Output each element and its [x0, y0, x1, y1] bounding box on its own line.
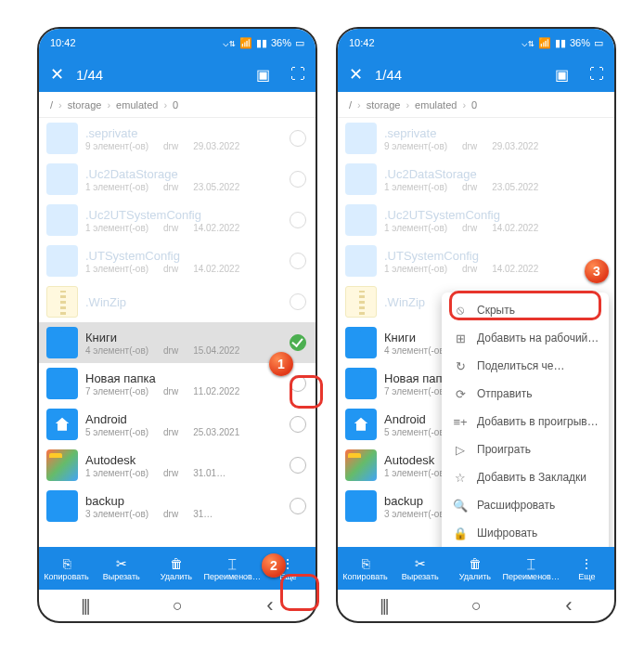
menu-item[interactable]: ↻Поделиться че…	[442, 352, 609, 380]
home-button[interactable]: ○	[173, 596, 183, 616]
select-all-icon[interactable]: ⛶	[288, 64, 308, 84]
menu-item[interactable]: ⊞Добавить на рабочий…	[442, 324, 609, 352]
crumb[interactable]: 0	[471, 99, 477, 110]
item-date: 14.02.2022	[193, 223, 239, 233]
item-date: 29.03.2022	[193, 141, 239, 151]
item-count: 4 элемент(-ов)	[85, 345, 148, 356]
crumb[interactable]: storage	[367, 99, 401, 110]
crumb[interactable]: emulated	[116, 99, 158, 110]
status-wifi-icon: 📶	[538, 37, 551, 49]
folder-row[interactable]: .UTSystemConfig1 элемент(-ов)drw14.02.20…	[39, 240, 316, 281]
select-radio[interactable]	[290, 457, 306, 474]
menu-item[interactable]: ⟳Отправить	[442, 380, 609, 408]
bottom-вырезать[interactable]: ✂Вырезать	[393, 547, 447, 590]
item-perm: drw	[462, 223, 477, 233]
item-date: 23.05.2022	[492, 182, 538, 192]
item-count: 7 элемент(-ов)	[384, 386, 447, 396]
breadcrumb[interactable]: /› storage› emulated› 0	[39, 92, 316, 118]
bottom-копировать[interactable]: ⎘Копировать	[338, 547, 393, 590]
item-count: 3 элемент(-ов)	[85, 509, 148, 519]
select-radio[interactable]	[290, 293, 306, 310]
folder-row[interactable]: .WinZip	[39, 281, 316, 322]
folder-row[interactable]: .seprivate9 элемент(-ов)drw29.03.2022	[338, 118, 614, 159]
status-net-icon: ⌵⇅	[223, 37, 236, 49]
menu-item[interactable]: ☆Добавить в Закладки	[442, 463, 609, 491]
select-radio[interactable]	[290, 130, 306, 147]
app-bar: ✕ 1/44 ▣ ⛶	[338, 57, 614, 92]
crumb[interactable]: storage	[68, 99, 102, 110]
recent-button[interactable]: |||	[81, 596, 88, 616]
bottom-удалить[interactable]: 🗑Удалить	[148, 547, 203, 590]
folder-row[interactable]: Android5 элемент(-ов)drw25.03.2021	[39, 404, 316, 445]
crumb[interactable]: /	[349, 99, 352, 110]
folder-row[interactable]: .Uc2UTSystemConfig1 элемент(-ов)drw14.02…	[338, 200, 614, 240]
folder-row[interactable]: .Uc2DataStorage1 элемент(-ов)drw23.05.20…	[338, 159, 614, 200]
folder-icon	[345, 368, 377, 399]
item-count: 1 элемент(-ов)	[384, 182, 447, 192]
toolbar-icon: ✂	[116, 556, 127, 571]
bottom-вырезать[interactable]: ✂Вырезать	[94, 547, 148, 590]
home-button[interactable]: ○	[471, 596, 482, 616]
menu-item[interactable]: 🔒Шифровать	[442, 519, 609, 547]
folder-row[interactable]: .Uc2UTSystemConfig1 элемент(-ов)drw14.02…	[39, 200, 316, 240]
close-button[interactable]: ✕	[345, 64, 366, 84]
item-perm: drw	[462, 141, 477, 151]
item-count: 3 элемент(-ов)	[384, 509, 447, 519]
select-icon[interactable]: ▣	[252, 64, 273, 84]
item-count: 1 элемент(-ов)	[384, 223, 447, 233]
menu-item[interactable]: ⦸Скрыть	[442, 296, 609, 324]
item-date: 14.02.2022	[492, 264, 538, 274]
folder-row[interactable]: backup3 элемент(-ов)drw31…	[39, 486, 316, 526]
select-radio[interactable]	[290, 498, 306, 514]
folder-icon	[345, 245, 377, 277]
recent-button[interactable]: |||	[380, 596, 387, 616]
menu-label: Проиграть	[477, 443, 531, 456]
select-icon[interactable]: ▣	[551, 64, 572, 84]
folder-icon	[46, 409, 78, 440]
folder-name: .Uc2DataStorage	[384, 167, 605, 181]
folder-icon	[46, 204, 78, 236]
select-radio[interactable]	[290, 212, 306, 228]
bottom-переименов…[interactable]: ⌶Переименов…	[502, 547, 559, 590]
bottom-еще[interactable]: ⋮Еще	[560, 547, 614, 590]
crumb[interactable]: 0	[173, 99, 178, 110]
folder-row[interactable]: .UTSystemConfig1 элемент(-ов)drw14.02.20…	[338, 240, 614, 281]
select-all-icon[interactable]: ⛶	[586, 64, 607, 84]
menu-label: Шифровать	[477, 526, 537, 540]
menu-item[interactable]: ≡+Добавить в проигрыв…	[442, 408, 609, 436]
bottom-удалить[interactable]: 🗑Удалить	[447, 547, 502, 590]
toolbar-icon: ⌶	[527, 556, 535, 571]
select-radio[interactable]	[290, 253, 306, 269]
folder-icon	[46, 490, 78, 522]
breadcrumb[interactable]: /› storage› emulated› 0	[338, 92, 614, 118]
folder-name: .Uc2UTSystemConfig	[384, 208, 605, 222]
select-radio[interactable]	[290, 375, 306, 392]
toolbar-label: Удалить	[459, 572, 491, 581]
bottom-копировать[interactable]: ⎘Копировать	[39, 547, 94, 590]
file-list: ⦸Скрыть⊞Добавить на рабочий…↻Поделиться …	[338, 118, 614, 547]
back-button[interactable]: ‹	[565, 593, 572, 618]
close-button[interactable]: ✕	[46, 64, 67, 84]
menu-icon: 🔍	[453, 499, 468, 513]
menu-item[interactable]: 🔍Расшифровать	[442, 491, 609, 519]
folder-row[interactable]: .seprivate9 элемент(-ов)drw29.03.2022	[39, 118, 316, 159]
folder-icon	[345, 449, 377, 481]
crumb[interactable]: /	[50, 99, 53, 110]
folder-row[interactable]: Autodesk1 элемент(-ов)drw31.01…	[39, 445, 316, 486]
select-radio[interactable]	[290, 171, 306, 188]
select-radio[interactable]	[290, 334, 306, 351]
item-count: 1 элемент(-ов)	[85, 223, 148, 233]
menu-item[interactable]: ▷Проиграть	[442, 436, 609, 463]
selection-count: 1/44	[76, 67, 238, 83]
folder-icon	[46, 449, 78, 481]
crumb[interactable]: emulated	[415, 99, 457, 110]
bottom-переименов…[interactable]: ⌶Переименов…	[203, 547, 260, 590]
folder-name: .seprivate	[384, 126, 605, 140]
folder-icon	[46, 245, 78, 277]
select-radio[interactable]	[290, 416, 306, 433]
menu-label: Добавить в проигрыв…	[477, 415, 599, 428]
folder-row[interactable]: .Uc2DataStorage1 элемент(-ов)drw23.05.20…	[39, 159, 316, 200]
back-button[interactable]: ‹	[266, 593, 273, 618]
folder-icon	[46, 123, 78, 154]
item-perm: drw	[163, 386, 178, 396]
